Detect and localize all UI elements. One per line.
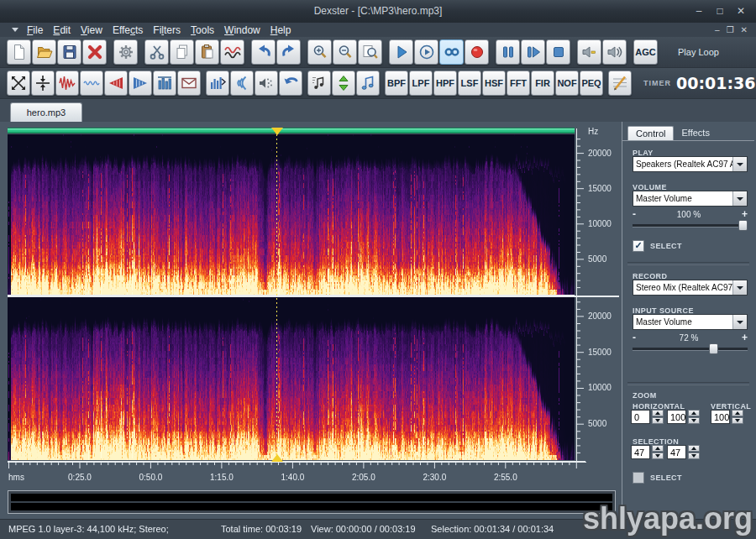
record-device-dropdown[interactable]: Stereo Mix (Realtek AC97 A bbox=[633, 280, 748, 296]
system-menu-icon[interactable] bbox=[12, 28, 18, 32]
window-maximize-button[interactable]: □ bbox=[711, 5, 728, 18]
play-pause-button[interactable] bbox=[521, 39, 545, 65]
cursor-marker-bottom[interactable] bbox=[271, 454, 283, 462]
redo-button[interactable] bbox=[276, 39, 301, 65]
spin-down-icon[interactable] bbox=[652, 417, 664, 424]
input-plus[interactable]: + bbox=[742, 333, 748, 343]
play-all-button[interactable] bbox=[414, 39, 438, 65]
spin-up-icon[interactable] bbox=[732, 410, 743, 416]
tab-effects[interactable]: Effects bbox=[674, 126, 717, 141]
cursor-marker-top[interactable] bbox=[271, 128, 283, 135]
input-slider[interactable] bbox=[633, 343, 748, 354]
menu-effects[interactable]: Effects bbox=[113, 24, 150, 36]
filter-fft-button[interactable]: FFT bbox=[507, 71, 530, 96]
undo-button[interactable] bbox=[251, 39, 276, 65]
spin-up-icon[interactable] bbox=[688, 445, 700, 452]
dynamics-button[interactable] bbox=[206, 71, 229, 96]
document-restore-button[interactable]: ❐ bbox=[727, 24, 734, 36]
document-minimize-button[interactable]: – bbox=[715, 24, 720, 36]
spectrogram-view[interactable] bbox=[8, 134, 575, 460]
spin-down-icon[interactable] bbox=[732, 417, 743, 424]
spin-up-icon[interactable] bbox=[652, 410, 664, 416]
playhead-cursor[interactable] bbox=[276, 134, 277, 460]
zoom-in-button[interactable] bbox=[307, 39, 332, 65]
copy-button[interactable] bbox=[170, 39, 194, 65]
spin-down-icon[interactable] bbox=[688, 453, 700, 459]
reverse-button[interactable] bbox=[279, 71, 302, 96]
resample-button[interactable] bbox=[332, 71, 355, 96]
window-close-button[interactable]: ✕ bbox=[732, 5, 749, 18]
tab-control[interactable]: Control bbox=[627, 126, 674, 141]
open-file-button[interactable] bbox=[32, 39, 56, 65]
mix-button[interactable] bbox=[220, 39, 244, 65]
filter-bpf-button[interactable]: BPF bbox=[385, 71, 408, 96]
save-file-button[interactable] bbox=[57, 39, 81, 65]
agc-button[interactable]: AGC bbox=[633, 39, 658, 65]
attenuate-button[interactable] bbox=[80, 71, 103, 96]
window-minimize-button[interactable]: – bbox=[690, 5, 707, 18]
volume-dropdown[interactable]: Master Volume bbox=[633, 191, 748, 207]
settings-gear-button[interactable] bbox=[113, 39, 138, 65]
input-minus[interactable]: - bbox=[633, 333, 636, 343]
filter-peq-button[interactable]: PEQ bbox=[580, 71, 603, 96]
selection-start-spinner[interactable]: 47 bbox=[631, 445, 664, 459]
volume-plus[interactable]: + bbox=[742, 210, 748, 219]
zoom-h-end-spinner[interactable]: 100 bbox=[667, 410, 700, 424]
dropdown-arrow-icon[interactable] bbox=[732, 315, 747, 329]
fade-out-button[interactable] bbox=[129, 71, 152, 96]
menu-filters[interactable]: Filters bbox=[153, 24, 188, 36]
stretch-button[interactable] bbox=[7, 71, 30, 96]
spin-up-icon[interactable] bbox=[652, 445, 664, 452]
stop-button[interactable] bbox=[546, 39, 570, 65]
play-select-checkbox[interactable]: ✓ bbox=[633, 240, 644, 252]
volume-minus[interactable]: - bbox=[633, 210, 636, 219]
convert-button[interactable] bbox=[307, 71, 331, 96]
zoom-v-spinner[interactable]: 100 bbox=[711, 410, 743, 424]
selection-range-bar[interactable] bbox=[8, 128, 575, 133]
spin-down-icon[interactable] bbox=[652, 453, 664, 459]
fade-in-button[interactable] bbox=[104, 71, 128, 96]
zoom-out-button[interactable] bbox=[333, 39, 357, 65]
insert-audio-button[interactable] bbox=[356, 71, 380, 96]
volume-down-button[interactable] bbox=[577, 39, 601, 65]
record-button[interactable] bbox=[465, 39, 489, 65]
input-source-dropdown[interactable]: Master Volume bbox=[633, 314, 748, 330]
menu-view[interactable]: View bbox=[81, 24, 110, 36]
volume-slider-thumb[interactable] bbox=[738, 220, 748, 231]
filter-lpf-button[interactable]: LPF bbox=[409, 71, 433, 96]
zoom-selection-button[interactable] bbox=[358, 39, 382, 65]
menu-window[interactable]: Window bbox=[224, 24, 268, 36]
filter-hsf-button[interactable]: HSF bbox=[482, 71, 506, 96]
paste-button[interactable] bbox=[195, 39, 219, 65]
zoom-select-checkbox[interactable] bbox=[633, 472, 644, 484]
noise-reduction-button[interactable] bbox=[255, 71, 278, 96]
cut-button[interactable] bbox=[144, 39, 169, 65]
pause-button[interactable] bbox=[496, 39, 520, 65]
volume-slider[interactable] bbox=[633, 220, 748, 231]
document-tab[interactable]: hero.mp3 bbox=[10, 102, 82, 123]
dropdown-arrow-icon[interactable] bbox=[732, 280, 747, 295]
volume-up-button[interactable] bbox=[602, 39, 627, 65]
normalize-button[interactable] bbox=[153, 71, 176, 96]
center-button[interactable] bbox=[31, 71, 55, 96]
document-close-button[interactable]: ✕ bbox=[741, 24, 748, 36]
filter-fir-button[interactable]: FIR bbox=[531, 71, 554, 96]
play-device-dropdown[interactable]: Speakers (Realtek AC97 Au bbox=[633, 156, 748, 172]
envelope-button[interactable] bbox=[177, 71, 201, 96]
waveform-overview[interactable] bbox=[8, 490, 616, 514]
new-file-button[interactable] bbox=[7, 39, 31, 65]
echo-button[interactable] bbox=[230, 71, 254, 96]
menu-edit[interactable]: Edit bbox=[53, 24, 78, 36]
loop-button[interactable] bbox=[439, 39, 464, 65]
dropdown-arrow-icon[interactable] bbox=[732, 157, 747, 171]
dropdown-arrow-icon[interactable] bbox=[732, 191, 747, 206]
menu-tools[interactable]: Tools bbox=[191, 24, 222, 36]
menu-file[interactable]: File bbox=[27, 24, 50, 36]
spin-down-icon[interactable] bbox=[688, 417, 700, 424]
play-button[interactable] bbox=[389, 39, 413, 65]
input-slider-thumb[interactable] bbox=[709, 343, 718, 354]
spin-up-icon[interactable] bbox=[688, 410, 700, 416]
selection-end-spinner[interactable]: 47 bbox=[667, 445, 700, 459]
close-file-button[interactable] bbox=[82, 39, 107, 65]
filter-nof-button[interactable]: NOF bbox=[555, 71, 579, 96]
